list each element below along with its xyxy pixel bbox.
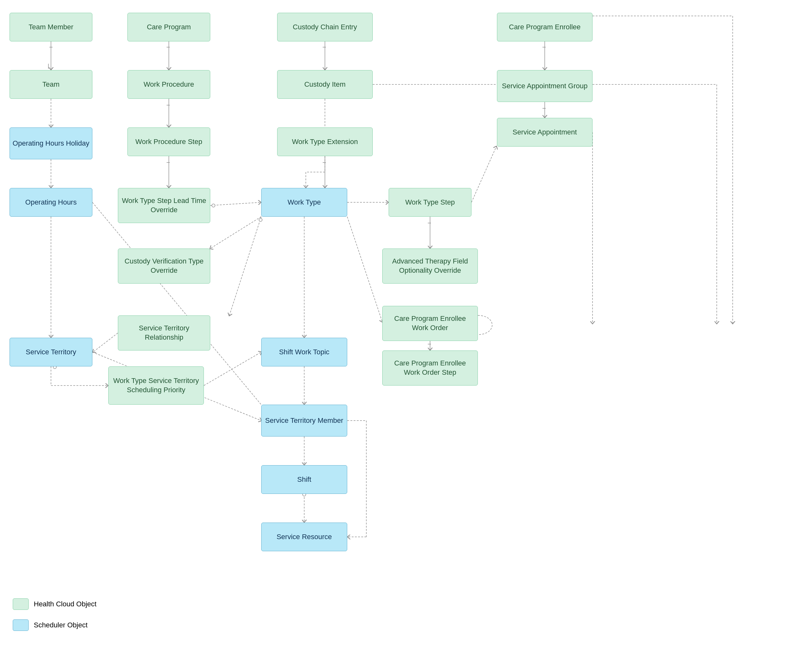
node-custody-item: Custody Item [277, 70, 373, 99]
legend: Health Cloud Object Scheduler Object [13, 598, 96, 631]
svg-line-35 [229, 217, 261, 315]
svg-point-36 [259, 218, 262, 222]
legend-blue-box [13, 619, 29, 631]
svg-line-49 [204, 352, 261, 385]
node-work-type: Work Type [261, 188, 347, 217]
node-custody-chain-entry: Custody Chain Entry [277, 13, 373, 41]
node-care-program-enrollee-work-order: Care Program Enrollee Work Order [382, 306, 478, 341]
legend-scheduler-label: Scheduler Object [34, 621, 88, 629]
node-work-procedure: Work Procedure [127, 70, 210, 99]
node-work-type-step-lead-time: Work Type Step Lead Time Override [118, 188, 210, 223]
node-work-type-extension: Work Type Extension [277, 127, 373, 156]
svg-point-26 [212, 204, 215, 207]
node-operating-hours: Operating Hours [9, 188, 92, 217]
svg-line-25 [210, 202, 261, 205]
node-advanced-therapy: Advanced Therapy Field Optionality Overr… [382, 249, 478, 284]
node-work-type-step: Work Type Step [389, 188, 472, 217]
diagram-container: Team Member Care Program Custody Chain E… [0, 0, 812, 650]
node-service-territory-relationship: Service Territory Relationship [118, 315, 210, 350]
node-team-member: Team Member [9, 13, 92, 41]
node-care-program: Care Program [127, 13, 210, 41]
node-team: Team [9, 70, 92, 99]
node-care-program-enrollee: Care Program Enrollee [497, 13, 592, 41]
node-care-program-enrollee-work-order-step: Care Program Enrollee Work Order Step [382, 350, 478, 385]
node-custody-verification-type: Custody Verification Type Override [118, 249, 210, 284]
svg-line-32 [472, 147, 496, 202]
svg-line-43 [93, 333, 118, 352]
node-service-territory-member: Service Territory Member [261, 405, 347, 436]
legend-health-cloud: Health Cloud Object [13, 598, 96, 610]
node-work-procedure-step: Work Procedure Step [127, 127, 210, 156]
node-operating-hours-holiday: Operating Hours Holiday [9, 127, 92, 159]
node-work-type-service-territory: Work Type Service Territory Scheduling P… [108, 366, 204, 405]
legend-scheduler: Scheduler Object [13, 619, 96, 631]
node-shift-work-topic: Shift Work Topic [261, 338, 347, 366]
node-service-territory: Service Territory [9, 338, 92, 366]
svg-line-38 [347, 217, 382, 322]
legend-health-cloud-label: Health Cloud Object [34, 600, 96, 608]
svg-line-39 [210, 217, 261, 249]
node-service-appointment-group: Service Appointment Group [497, 70, 592, 102]
node-service-appointment: Service Appointment [497, 118, 592, 147]
node-shift: Shift [261, 465, 347, 494]
node-service-resource: Service Resource [261, 523, 347, 551]
legend-green-box [13, 598, 29, 610]
